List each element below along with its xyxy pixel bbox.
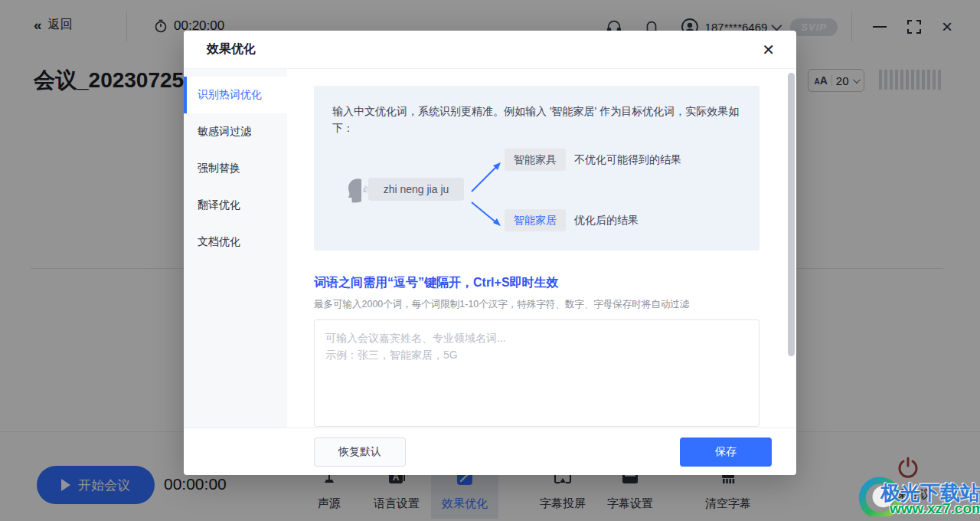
tab-document-optimization[interactable]: 文档优化 <box>184 224 287 260</box>
tab-sensitive-word-filter[interactable]: 敏感词过滤 <box>184 113 287 150</box>
diagram-arrows <box>470 147 531 239</box>
spoken-text-bubble: zhi neng jia ju <box>368 178 464 201</box>
restore-default-button[interactable]: 恢复默认 <box>314 437 406 467</box>
modal-scrollbar[interactable] <box>788 73 795 356</box>
modal-title: 效果优化 <box>207 41 256 57</box>
speaker-head-icon <box>345 178 369 205</box>
hotword-input[interactable] <box>314 319 760 427</box>
result-unoptimized-label: 不优化可能得到的结果 <box>574 153 681 167</box>
hotword-rule-hint: 最多可输入2000个词，每个词限制1-10个汉字，特殊字符、数字、字母保存时将自… <box>314 298 760 311</box>
effect-optimization-modal: 效果优化 ✕ 识别热词优化 敏感词过滤 强制替换 翻译优化 文档优化 输入中文优… <box>184 31 796 475</box>
hotword-example-box: 输入中文优化词，系统识别更精准。例如输入 '智能家居' 作为目标优化词，实际效果… <box>314 86 760 251</box>
modal-body: 识别热词优化 敏感词过滤 强制替换 翻译优化 文档优化 输入中文优化词，系统识别… <box>184 69 796 428</box>
hotword-description: 输入中文优化词，系统识别更精准。例如输入 '智能家居' 作为目标优化词，实际效果… <box>332 103 741 137</box>
result-optimized-label: 优化后的结果 <box>574 214 639 228</box>
save-button[interactable]: 保存 <box>680 437 772 467</box>
modal-header: 效果优化 ✕ <box>184 31 796 69</box>
modal-content: 输入中文优化词，系统识别更精准。例如输入 '智能家居' 作为目标优化词，实际效果… <box>287 69 796 428</box>
tab-translation-optimization[interactable]: 翻译优化 <box>184 187 287 224</box>
result-unoptimized: 智能家具 <box>505 149 566 171</box>
result-optimized: 智能家居 <box>505 209 566 231</box>
modal-footer: 恢复默认 保存 <box>184 428 796 475</box>
app-window: « 返回 00:20:00 <box>0 0 980 521</box>
tab-force-replace[interactable]: 强制替换 <box>184 150 287 187</box>
modal-close-icon[interactable]: ✕ <box>762 42 775 57</box>
modal-tab-list: 识别热词优化 敏感词过滤 强制替换 翻译优化 文档优化 <box>184 69 287 428</box>
hotword-rule-title: 词语之间需用“逗号”键隔开，Ctrl+S即时生效 <box>314 275 760 291</box>
tab-hotword-optimization[interactable]: 识别热词优化 <box>184 77 287 113</box>
